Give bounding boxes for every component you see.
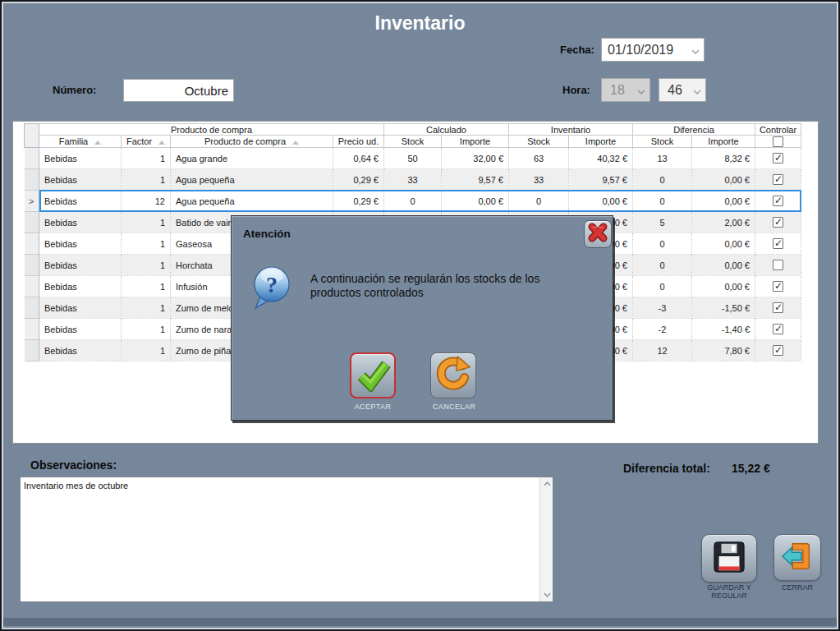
column-header-8[interactable]: Stock: [633, 136, 692, 148]
row-selector[interactable]: [25, 297, 39, 319]
column-header-1[interactable]: Factor: [122, 136, 171, 148]
cell-factor[interactable]: 1: [122, 169, 171, 191]
cell-controlar[interactable]: [755, 233, 801, 255]
column-header-5[interactable]: Importe: [442, 136, 509, 148]
cell-factor[interactable]: 1: [122, 233, 171, 255]
scrollbar[interactable]: [539, 477, 553, 601]
cell-calc_importe[interactable]: 9,57 €: [442, 169, 509, 191]
column-header-0[interactable]: Familia: [39, 136, 122, 148]
cell-dif_importe[interactable]: 7,80 €: [692, 340, 755, 362]
table-row[interactable]: Bebidas1Agua pequeña0,29 €339,57 €339,57…: [25, 169, 801, 191]
cell-controlar[interactable]: [755, 169, 801, 191]
cell-dif_importe[interactable]: 2,00 €: [692, 212, 755, 233]
aceptar-button[interactable]: [350, 352, 396, 398]
cell-factor[interactable]: 1: [122, 276, 171, 297]
column-header-3[interactable]: Precio ud.: [333, 136, 384, 148]
controlar-checkbox[interactable]: [773, 260, 783, 270]
cell-controlar[interactable]: [755, 148, 801, 169]
cell-familia[interactable]: Bebidas: [39, 297, 122, 319]
cell-dif_stock[interactable]: -2: [633, 319, 692, 340]
cell-familia[interactable]: Bebidas: [39, 212, 122, 233]
cerrar-button[interactable]: [773, 534, 821, 581]
column-header-9[interactable]: Importe: [692, 136, 755, 148]
cell-controlar[interactable]: [755, 191, 801, 212]
controlar-checkbox[interactable]: [773, 196, 783, 206]
cell-controlar[interactable]: [755, 297, 801, 319]
cell-precio[interactable]: 0,29 €: [333, 169, 384, 191]
row-selector[interactable]: [25, 169, 39, 191]
cell-producto[interactable]: Agua pequeña: [171, 191, 333, 212]
cell-familia[interactable]: Bebidas: [39, 191, 122, 212]
cell-controlar[interactable]: [755, 276, 801, 297]
close-button[interactable]: [584, 220, 612, 248]
cell-controlar[interactable]: [755, 255, 801, 276]
cell-familia[interactable]: Bebidas: [39, 340, 122, 362]
cancelar-button[interactable]: [430, 352, 476, 398]
row-selector[interactable]: [25, 212, 39, 233]
cell-inv_stock[interactable]: 63: [509, 148, 569, 169]
cell-dif_importe[interactable]: 0,00 €: [692, 276, 755, 297]
row-selector[interactable]: [25, 276, 39, 297]
cell-dif_importe[interactable]: -1,40 €: [692, 319, 755, 340]
cell-calc_stock[interactable]: 33: [384, 169, 442, 191]
cell-inv_stock[interactable]: 0: [509, 191, 569, 212]
cell-dif_importe[interactable]: 0,00 €: [692, 169, 755, 191]
column-header-4[interactable]: Stock: [384, 136, 442, 148]
cell-factor[interactable]: 1: [122, 148, 171, 169]
cell-dif_stock[interactable]: -3: [633, 297, 692, 319]
fecha-combo[interactable]: 01/10/2019: [601, 38, 705, 62]
cell-familia[interactable]: Bebidas: [39, 255, 122, 276]
cell-inv_importe[interactable]: 0,00 €: [569, 191, 633, 212]
guardar-y-regular-button[interactable]: [701, 534, 757, 583]
cell-dif_stock[interactable]: 0: [633, 255, 692, 276]
cell-calc_stock[interactable]: 50: [384, 148, 442, 169]
cell-inv_stock[interactable]: 33: [509, 169, 569, 191]
cell-familia[interactable]: Bebidas: [39, 319, 122, 340]
column-header-6[interactable]: Stock: [509, 136, 569, 148]
cell-familia[interactable]: Bebidas: [39, 148, 122, 169]
observaciones-textarea[interactable]: Inventario mes de octubre: [20, 477, 553, 602]
cell-familia[interactable]: Bebidas: [39, 169, 122, 191]
controlar-checkbox[interactable]: [773, 324, 783, 334]
cell-inv_importe[interactable]: 40,32 €: [569, 148, 633, 169]
cell-dif_importe[interactable]: 8,32 €: [692, 148, 755, 169]
cell-factor[interactable]: 1: [122, 319, 171, 340]
cell-dif_stock[interactable]: 0: [633, 191, 692, 212]
scroll-down-icon[interactable]: [540, 588, 553, 601]
cell-precio[interactable]: 0,64 €: [333, 148, 384, 169]
row-selector[interactable]: >: [25, 191, 39, 212]
cell-dif_stock[interactable]: 5: [633, 212, 692, 233]
scroll-up-icon[interactable]: [540, 477, 553, 491]
cell-familia[interactable]: Bebidas: [39, 276, 122, 297]
cell-dif_stock[interactable]: 12: [633, 340, 692, 362]
controlar-checkbox[interactable]: [773, 153, 783, 164]
table-row[interactable]: Bebidas1Agua grande0,64 €5032,00 €6340,3…: [25, 148, 801, 169]
cell-factor[interactable]: 1: [122, 297, 171, 319]
cell-factor[interactable]: 1: [122, 212, 171, 233]
cell-factor[interactable]: 1: [122, 255, 171, 276]
column-header-2[interactable]: Producto de compra: [171, 136, 333, 148]
cell-dif_stock[interactable]: 0: [633, 276, 692, 297]
controlar-checkbox[interactable]: [773, 281, 783, 292]
cell-controlar[interactable]: [755, 319, 801, 340]
cell-dif_importe[interactable]: 0,00 €: [692, 233, 755, 255]
cell-calc_importe[interactable]: 0,00 €: [442, 191, 509, 212]
row-selector[interactable]: [25, 255, 39, 276]
controlar-header-checkbox-cell[interactable]: [755, 136, 801, 148]
cell-familia[interactable]: Bebidas: [39, 233, 122, 255]
controlar-checkbox[interactable]: [773, 217, 783, 228]
row-selector[interactable]: [25, 319, 39, 340]
cell-controlar[interactable]: [755, 212, 801, 233]
row-selector[interactable]: [25, 148, 39, 169]
cell-dif_stock[interactable]: 0: [633, 233, 692, 255]
cell-calc_importe[interactable]: 32,00 €: [442, 148, 509, 169]
controlar-checkbox[interactable]: [773, 345, 783, 356]
cell-controlar[interactable]: [755, 340, 801, 362]
cell-dif_importe[interactable]: -1,50 €: [692, 297, 755, 319]
cell-inv_importe[interactable]: 9,57 €: [569, 169, 633, 191]
controlar-checkbox[interactable]: [773, 238, 783, 249]
cell-dif_stock[interactable]: 0: [633, 169, 692, 191]
cell-precio[interactable]: 0,29 €: [333, 191, 384, 212]
controlar-checkbox[interactable]: [773, 174, 783, 185]
cell-dif_importe[interactable]: 0,00 €: [692, 191, 755, 212]
